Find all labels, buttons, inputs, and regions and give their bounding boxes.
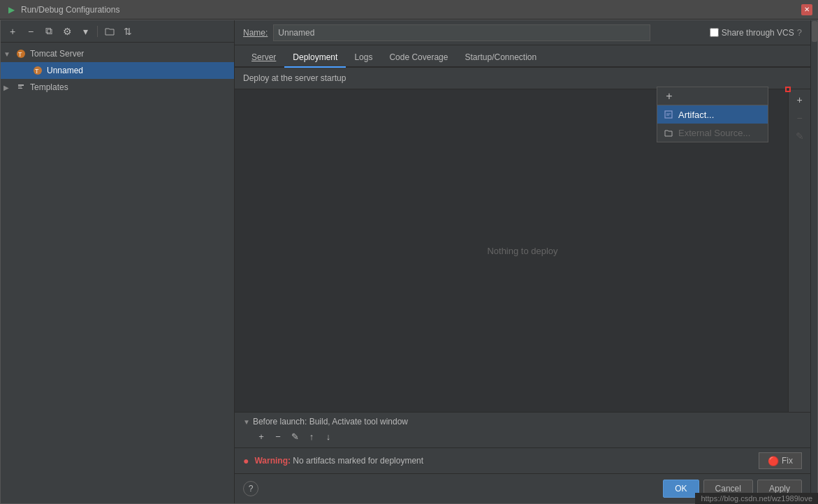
before-launch-down-btn[interactable]: ↓ [321,429,335,443]
before-launch-tools: + − ✎ ↑ ↓ [254,429,802,443]
warning-bold: Warning: [254,456,291,466]
warning-icon: ● [243,455,249,466]
warning-detail: No artifacts marked for deployment [293,456,423,466]
dropdown-header: + [657,87,768,105]
tab-deployment[interactable]: Deployment [284,48,346,68]
toolbar-separator [97,26,98,37]
add-config-button[interactable]: + [5,24,20,39]
fix-icon: 🔴 [768,456,779,466]
warning-text: Warning: No artifacts marked for deploym… [254,456,753,466]
dialog: + − ⧉ ⚙ ▾ ⇅ ▼ [0,20,818,504]
dropdown-external-item[interactable]: External Source... [657,124,768,142]
before-launch-add-btn[interactable]: + [254,429,268,443]
tomcat-server-label: Tomcat Server [30,49,84,59]
title-bar: ▶ Run/Debug Configurations ✕ [0,0,818,20]
artifact-icon [663,109,674,120]
help-button[interactable]: ? [243,481,258,496]
svg-text:T: T [35,68,39,75]
dropdown-artifact-item[interactable]: Artifact... [657,105,768,124]
unnamed-label: Unnamed [47,66,83,75]
url-bar: https://blog.csdn.net/wz1989love [695,493,818,504]
config-tree: ▼ T Tomcat Server T [1,43,234,503]
dropdown-add-btn[interactable]: + [663,90,675,103]
tree-templates[interactable]: ▶ Templates [1,79,234,96]
before-launch-section: ▼ Before launch: Build, Activate tool wi… [235,412,810,447]
ok-button[interactable]: OK [663,480,699,498]
templates-label: Templates [30,82,68,92]
fix-label: Fix [782,456,793,466]
templates-icon [15,81,27,94]
arrow-down-icon[interactable]: ▾ [78,24,93,39]
share-label: Share through VCS [722,28,794,38]
svg-text:T: T [18,51,22,58]
dropdown-wrapper: + Artifact... [785,87,791,92]
left-toolbar: + − ⧉ ⚙ ▾ ⇅ [1,20,234,43]
external-source-icon [663,127,674,138]
unnamed-icon: T [31,64,44,77]
title-bar-text: Run/Debug Configurations [21,5,119,15]
fix-button[interactable]: 🔴 Fix [759,452,802,469]
tree-tomcat-server[interactable]: ▼ T Tomcat Server [1,45,234,62]
tab-startup-connection[interactable]: Startup/Connection [456,48,545,68]
folder-button[interactable] [102,24,117,39]
left-panel: + − ⧉ ⚙ ▾ ⇅ ▼ [1,20,235,503]
copy-config-button[interactable]: ⧉ [41,24,57,39]
share-checkbox[interactable] [710,28,719,37]
external-source-label: External Source... [678,128,750,138]
close-button[interactable]: ✕ [801,4,812,15]
content-area: + − ⧉ ⚙ ▾ ⇅ ▼ [1,20,817,503]
main-scrollbar[interactable] [810,20,817,503]
settings-button[interactable]: ⚙ [59,24,75,39]
right-panel: Name: Share through VCS ? Server Deploym… [235,20,810,503]
name-input[interactable] [273,24,650,41]
deploy-add-button[interactable]: + [792,92,808,108]
tab-code-coverage[interactable]: Code Coverage [381,48,456,68]
tree-unnamed[interactable]: T Unnamed [1,62,234,79]
url-text: https://blog.csdn.net/wz1989love [701,494,812,503]
warning-bar: ● Warning: No artifacts marked for deplo… [235,447,810,473]
name-label: Name: [243,28,268,38]
deploy-remove-button[interactable]: − [792,110,808,126]
deploy-area: Deploy at the server startup Nothing to … [235,68,810,473]
before-launch-edit-btn[interactable]: ✎ [288,429,302,443]
app-icon: ▶ [6,4,17,15]
help-icon[interactable]: ? [797,27,802,38]
dropdown-red-border: + Artifact... [785,87,791,92]
remove-config-button[interactable]: − [23,24,38,39]
name-row: Name: Share through VCS ? [235,20,810,45]
share-area: Share through VCS ? [710,27,802,38]
deploy-sidebar: + − ✎ [788,89,810,412]
scrollbar-thumb [812,21,817,42]
deploy-header-text: Deploy at the server startup [243,73,346,83]
before-launch-remove-btn[interactable]: − [271,429,285,443]
close-icon: ✕ [804,6,810,13]
tab-server[interactable]: Server [243,48,284,68]
deploy-content: Nothing to deploy + − ✎ + [235,89,810,412]
before-launch-arrow: ▼ [243,418,250,426]
expand-arrow: ▼ [3,50,15,58]
tab-logs[interactable]: Logs [346,48,381,68]
artifact-label: Artifact... [678,110,714,120]
sort-button[interactable]: ⇅ [120,24,136,39]
svg-rect-4 [665,111,672,118]
empty-deploy-text: Nothing to deploy [487,246,557,256]
templates-arrow: ▶ [3,84,15,91]
tabs-row: Server Deployment Logs Code Coverage Sta… [235,45,810,68]
dropdown-menu: + Artifact... [657,87,768,142]
deploy-edit-button[interactable]: ✎ [792,128,808,144]
before-launch-up-btn[interactable]: ↑ [305,429,319,443]
before-launch-header: ▼ Before launch: Build, Activate tool wi… [243,417,802,427]
before-launch-label: Before launch: Build, Activate tool wind… [253,417,408,427]
tomcat-icon: T [15,47,27,60]
